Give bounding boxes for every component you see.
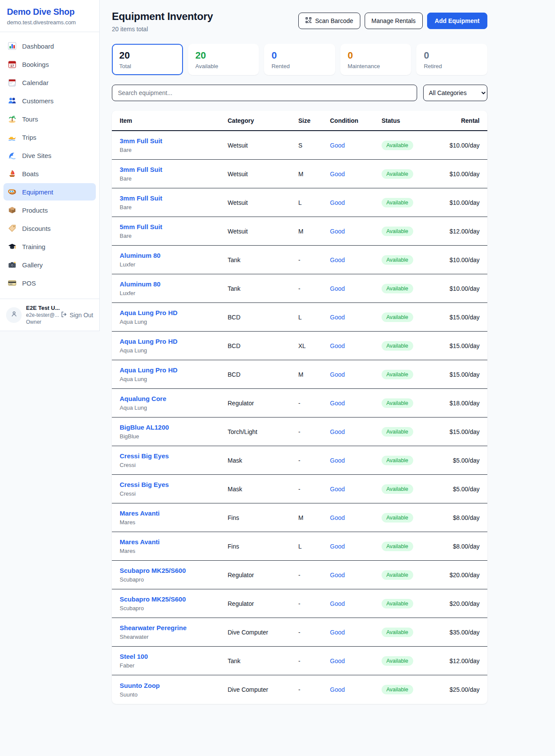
stat-label: Rented — [271, 63, 328, 69]
stat-card-rented[interactable]: 0 Rented — [264, 44, 335, 75]
item-condition-link[interactable]: Good — [330, 314, 345, 321]
column-header-condition: Condition — [330, 117, 382, 124]
category-filter[interactable]: All Categories — [423, 85, 487, 101]
item-name-link[interactable]: BigBlue AL1200 — [120, 424, 228, 431]
item-name-link[interactable]: Suunto Zoop — [120, 682, 228, 689]
item-name-link[interactable]: Scubapro MK25/S600 — [120, 595, 228, 603]
status-badge: Available — [382, 284, 413, 293]
item-condition-link[interactable]: Good — [330, 371, 345, 378]
item-rental-rate: $15.00/day — [438, 428, 480, 435]
user-email: e2e-tester@... — [26, 312, 56, 318]
sidebar-item-dashboard[interactable]: Dashboard — [3, 37, 96, 55]
status-badge: Available — [382, 484, 413, 494]
item-brand: Mares — [120, 548, 228, 554]
table-row: Aluminum 80 Luxfer Tank - Good Available… — [112, 274, 487, 303]
sign-out-button[interactable]: Sign Out — [61, 311, 93, 319]
item-condition-link[interactable]: Good — [330, 342, 345, 349]
item-condition-link[interactable]: Good — [330, 285, 345, 292]
table-row: Mares Avanti Mares Fins L Good Available… — [112, 532, 487, 561]
sidebar-item-calendar[interactable]: Calendar — [3, 74, 96, 91]
sidebar-item-gallery[interactable]: Gallery — [3, 256, 96, 273]
item-condition-link[interactable]: Good — [330, 228, 345, 235]
item-size: - — [298, 256, 330, 263]
sidebar-item-products[interactable]: Products — [3, 201, 96, 219]
sidebar-item-discounts[interactable]: Discounts — [3, 220, 96, 237]
item-name-link[interactable]: Cressi Big Eyes — [120, 481, 228, 488]
item-name-link[interactable]: Aqua Lung Pro HD — [120, 338, 228, 345]
table-row: 3mm Full Suit Bare Wetsuit S Good Availa… — [112, 131, 487, 160]
item-name-link[interactable]: 5mm Full Suit — [120, 223, 228, 230]
customers-icon — [8, 96, 16, 105]
stat-card-retired[interactable]: 0 Retired — [416, 44, 487, 75]
item-condition-link[interactable]: Good — [330, 686, 345, 693]
status-badge: Available — [382, 685, 413, 694]
item-condition-link[interactable]: Good — [330, 572, 345, 579]
sidebar-item-tours[interactable]: Tours — [3, 110, 96, 128]
status-badge: Available — [382, 599, 413, 608]
stat-card-maintenance[interactable]: 0 Maintenance — [340, 44, 411, 75]
sidebar-item-training[interactable]: Training — [3, 238, 96, 255]
table-body: 3mm Full Suit Bare Wetsuit S Good Availa… — [112, 131, 487, 704]
item-condition-link[interactable]: Good — [330, 457, 345, 464]
scan-barcode-button[interactable]: Scan Barcode — [298, 13, 360, 29]
sidebar-item-pos[interactable]: POS — [3, 274, 96, 292]
item-name-link[interactable]: Shearwater Peregrine — [120, 624, 228, 631]
item-name-link[interactable]: 3mm Full Suit — [120, 137, 228, 145]
item-condition-link[interactable]: Good — [330, 514, 345, 521]
status-badge: Available — [382, 513, 413, 523]
status-badge: Available — [382, 398, 413, 408]
item-name-link[interactable]: Aluminum 80 — [120, 280, 228, 288]
item-brand: Bare — [120, 204, 228, 210]
item-name-link[interactable]: Cressi Big Eyes — [120, 452, 228, 460]
sidebar-item-boats[interactable]: Boats — [3, 165, 96, 182]
table-row: Scubapro MK25/S600 Scubapro Regulator - … — [112, 561, 487, 589]
item-condition-link[interactable]: Good — [330, 256, 345, 263]
item-size: XL — [298, 342, 330, 349]
item-condition-link[interactable]: Good — [330, 600, 345, 607]
item-name-link[interactable]: Aqualung Core — [120, 395, 228, 402]
item-name-link[interactable]: Aluminum 80 — [120, 252, 228, 259]
item-condition-link[interactable]: Good — [330, 142, 345, 149]
bookings-icon: 17 — [8, 60, 16, 69]
manage-rentals-button[interactable]: Manage Rentals — [365, 13, 423, 29]
status-badge: Available — [382, 628, 413, 637]
sidebar-item-customers[interactable]: Customers — [3, 92, 96, 109]
stat-label: Total — [119, 63, 176, 69]
item-condition-link[interactable]: Good — [330, 171, 345, 177]
item-condition-link[interactable]: Good — [330, 400, 345, 407]
item-condition-link[interactable]: Good — [330, 428, 345, 435]
item-brand: Scubapro — [120, 605, 228, 611]
status-badge: Available — [382, 141, 413, 150]
status-badge: Available — [382, 227, 413, 236]
sidebar-item-bookings[interactable]: 17 Bookings — [3, 56, 96, 73]
stat-card-total[interactable]: 20 Total — [112, 44, 183, 75]
item-name-link[interactable]: Mares Avanti — [120, 538, 228, 546]
item-brand: Aqua Lung — [120, 319, 228, 325]
item-name-link[interactable]: 3mm Full Suit — [120, 194, 228, 202]
sidebar-item-equipment[interactable]: Equipment — [3, 183, 96, 201]
add-equipment-button[interactable]: Add Equipment — [427, 13, 487, 29]
item-size: M — [298, 171, 330, 177]
table-row: Aqua Lung Pro HD Aqua Lung BCD M Good Av… — [112, 360, 487, 389]
stat-card-available[interactable]: 20 Available — [188, 44, 259, 75]
item-name-link[interactable]: 3mm Full Suit — [120, 166, 228, 173]
item-condition-link[interactable]: Good — [330, 629, 345, 636]
sidebar-item-dive-sites[interactable]: Dive Sites — [3, 147, 96, 164]
item-name-link[interactable]: Steel 100 — [120, 653, 228, 660]
item-brand: Suunto — [120, 691, 228, 698]
item-condition-link[interactable]: Good — [330, 486, 345, 493]
status-badge: Available — [382, 542, 413, 551]
item-rental-rate: $20.00/day — [438, 572, 480, 579]
search-input[interactable] — [112, 85, 417, 101]
item-condition-link[interactable]: Good — [330, 657, 345, 664]
item-rental-rate: $15.00/day — [438, 371, 480, 378]
column-header-rental: Rental — [438, 117, 480, 124]
item-name-link[interactable]: Aqua Lung Pro HD — [120, 366, 228, 374]
item-name-link[interactable]: Scubapro MK25/S600 — [120, 567, 228, 574]
user-icon — [10, 310, 18, 320]
sidebar-item-trips[interactable]: Trips — [3, 128, 96, 146]
item-condition-link[interactable]: Good — [330, 543, 345, 550]
item-name-link[interactable]: Mares Avanti — [120, 509, 228, 517]
item-name-link[interactable]: Aqua Lung Pro HD — [120, 309, 228, 316]
item-condition-link[interactable]: Good — [330, 199, 345, 206]
